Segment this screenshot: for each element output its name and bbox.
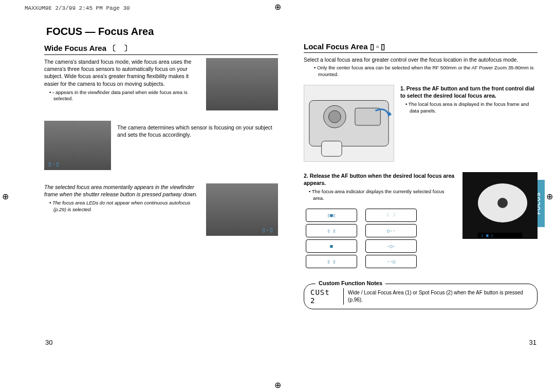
camera-diagram (304, 85, 394, 162)
page-number-right: 31 (529, 339, 536, 346)
photo-motorcycle-3: ▯ ▫ ▯ (206, 183, 278, 236)
lcd-row-2: ▯ ▯○-- (306, 224, 455, 237)
left-page: FOCUS — Focus Area Wide Focus Area 〔 〕 T… (44, 26, 278, 344)
custom-function-box: Custom Function Notes CUSt 2 Wide / Loca… (304, 284, 538, 309)
step-1: 1. Press the AF button and turn the fron… (400, 85, 538, 99)
local-intro-note: Only the center focus area can be select… (309, 65, 538, 78)
right-page: Local Focus Area ▯ ▫ ▯ Select a local fo… (304, 26, 538, 344)
photo-flower: ▯ ■ ▯ (462, 172, 538, 239)
lcd-row-3: ■-○- (306, 239, 455, 253)
italic-bullet: The focus area LEDs do not appear when c… (44, 200, 200, 213)
page-title: FOCUS — Focus Area (46, 26, 278, 38)
custom-function-label: Custom Function Notes (316, 280, 385, 286)
svg-rect-5 (322, 141, 342, 156)
print-header: MAXXUM9E 2/3/99 2:45 PM Page 30 (25, 5, 130, 11)
svg-point-8 (497, 198, 508, 208)
step-2-note: The focus-area indicator displays the cu… (304, 189, 455, 201)
page-number-left: 30 (45, 339, 52, 346)
svg-text:▯ ■ ▯: ▯ ■ ▯ (481, 233, 493, 238)
wide-intro-note: ▫ appears in the viewfinder data panel w… (44, 89, 200, 102)
step-2: 2. Release the AF button when the desire… (304, 172, 455, 186)
section-title-wide: Wide Focus Area 〔 〕 (44, 44, 278, 55)
mid-text: The camera determines which sensor is fo… (117, 121, 278, 138)
lcd-row-1: ▯■▯〔 〕 (306, 209, 455, 222)
crop-mark-bottom: ⊕ (274, 380, 281, 390)
cust-icon: CUSt 2 (310, 288, 344, 305)
wide-intro-text: The camera's standard focus mode, wide f… (44, 58, 200, 87)
crop-mark-right: ⊕ (546, 191, 553, 201)
step-1-note: The local focus area is displayed in the… (400, 101, 538, 114)
svg-point-2 (328, 110, 341, 123)
lcd-row-4: ▯ ▯--○ (306, 255, 455, 268)
crop-mark-left: ⊕ (2, 191, 9, 201)
local-intro: Select a local focus area for greater co… (304, 56, 538, 63)
section-title-local: Local Focus Area ▯ ▫ ▯ (304, 42, 538, 53)
photo-motorcycle-2: ▯ ▫ ▯ (44, 121, 111, 170)
italic-note: The selected focus area momentarily appe… (44, 183, 200, 198)
custom-function-text: Wide / Local Focus Area (1) or Spot Focu… (348, 289, 531, 303)
crop-mark-top: ⊕ (274, 2, 281, 12)
photo-motorcycle-1 (206, 58, 278, 110)
